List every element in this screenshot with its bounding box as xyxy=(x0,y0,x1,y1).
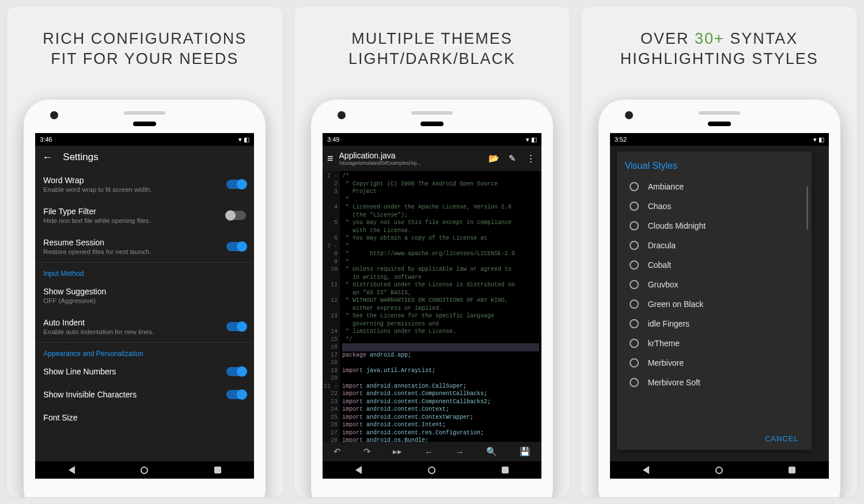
menu-icon[interactable]: ≡ xyxy=(327,153,334,165)
prev-icon[interactable]: ← xyxy=(425,447,433,457)
nav-recents-icon[interactable] xyxy=(502,467,509,473)
status-icons: ▾ ◧ xyxy=(238,136,249,143)
nav-back-icon[interactable] xyxy=(643,466,649,474)
cancel-button[interactable]: CANCEL xyxy=(765,434,799,443)
style-option[interactable]: Cobalt xyxy=(625,255,804,275)
nav-home-icon[interactable] xyxy=(715,467,723,474)
source-lines[interactable]: /* * Copyright (C) 2006 The Android Open… xyxy=(340,171,541,442)
toggle-invisible-chars[interactable] xyxy=(226,390,246,399)
setting-auto-indent[interactable]: Auto Indent Enable auto indentation for … xyxy=(35,311,254,342)
nav-back-icon[interactable] xyxy=(355,466,362,474)
save-icon[interactable]: 💾 xyxy=(520,446,530,457)
status-icons: ▾ ◧ xyxy=(526,136,537,143)
radio-icon[interactable] xyxy=(630,300,639,309)
setting-line-numbers[interactable]: Show Line Numbers xyxy=(35,360,254,383)
editor-bottombar: ↶ ↷ ▸▸ ← → 🔍 💾 xyxy=(323,442,541,461)
style-name: Cobalt xyxy=(648,260,671,270)
scrollbar[interactable] xyxy=(806,186,808,230)
notch xyxy=(420,122,444,126)
setting-word-wrap[interactable]: Word Wrap Enable word wrap to fit screen… xyxy=(35,169,254,200)
speaker-grille xyxy=(411,111,453,115)
style-option[interactable]: Merbivore xyxy=(625,353,804,373)
overflow-icon[interactable]: ⋮ xyxy=(524,153,537,164)
style-option[interactable]: Ambiance xyxy=(625,177,804,196)
phone-frame-2: 3:49 ▾ ◧ ≡ Application.java /storage/emu… xyxy=(311,100,553,497)
radio-icon[interactable] xyxy=(630,221,639,230)
panel-title-3: OVER 30+ SYNTAX HIGHLIGHTING STYLES xyxy=(620,29,818,69)
radio-icon[interactable] xyxy=(630,202,639,211)
radio-icon[interactable] xyxy=(630,339,639,348)
setting-invisible-chars[interactable]: Show Invisible Characters xyxy=(35,383,254,406)
phone-frame-1: 3:46 ▾ ◧ ← Settings Word Wrap Enable wor… xyxy=(24,100,266,497)
screen-styles-dialog: 3:52 ▾ ◧ InSOAEASSF1VPTDA Visual Styles … xyxy=(610,133,829,479)
style-name: krTheme xyxy=(648,339,680,348)
phone-frame-3: 3:52 ▾ ◧ InSOAEASSF1VPTDA Visual Styles … xyxy=(598,100,840,497)
nav-back-icon[interactable] xyxy=(69,466,75,474)
style-option[interactable]: Dracula xyxy=(625,236,804,255)
style-option[interactable]: Chaos xyxy=(625,196,804,216)
status-bar: 3:46 ▾ ◧ xyxy=(35,133,254,146)
nav-recents-icon[interactable] xyxy=(789,467,795,473)
camera-dot xyxy=(338,111,346,119)
toggle-resume-session[interactable] xyxy=(226,242,246,251)
section-input-method: Input Method xyxy=(35,263,254,280)
status-time: 3:52 xyxy=(615,136,627,143)
search-icon[interactable]: 🔍 xyxy=(486,446,497,457)
radio-icon[interactable] xyxy=(630,358,639,367)
setting-resume-session[interactable]: Resume Session Restore opened files for … xyxy=(35,231,254,262)
status-icons: ▾ ◧ xyxy=(813,136,824,143)
setting-font-size[interactable]: Font Size xyxy=(35,406,254,429)
edit-icon[interactable]: ✎ xyxy=(506,153,518,164)
back-icon[interactable]: ← xyxy=(42,151,52,164)
style-name: Green on Black xyxy=(648,300,704,309)
dialog-title: Visual Styles xyxy=(625,161,804,171)
toggle-file-type-filter[interactable] xyxy=(226,211,246,220)
status-time: 3:49 xyxy=(327,136,339,143)
style-option[interactable]: idle Fingers xyxy=(625,314,804,334)
speaker-grille xyxy=(124,111,165,115)
style-option[interactable]: Merbivore Soft xyxy=(625,373,804,392)
radio-icon[interactable] xyxy=(630,260,639,270)
nav-recents-icon[interactable] xyxy=(214,467,221,473)
notch xyxy=(708,122,731,126)
settings-list[interactable]: Word Wrap Enable word wrap to fit screen… xyxy=(35,169,254,461)
style-name: Dracula xyxy=(648,241,676,250)
redo-icon[interactable]: ↷ xyxy=(363,446,371,457)
style-name: Gruvbox xyxy=(648,280,679,289)
android-navbar xyxy=(35,461,254,479)
screen-settings: 3:46 ▾ ◧ ← Settings Word Wrap Enable wor… xyxy=(35,133,254,479)
settings-toolbar: ← Settings xyxy=(35,146,254,169)
radio-icon[interactable] xyxy=(630,280,639,289)
undo-icon[interactable]: ↶ xyxy=(334,446,341,457)
setting-file-type-filter[interactable]: File Type Filter Hide non text file whil… xyxy=(35,200,254,231)
toggle-word-wrap[interactable] xyxy=(226,180,246,189)
file-title: Application.java xyxy=(339,151,482,160)
next-icon[interactable]: → xyxy=(456,447,464,457)
toggle-line-numbers[interactable] xyxy=(226,367,246,376)
style-option[interactable]: Green on Black xyxy=(625,294,804,314)
status-bar: 3:49 ▾ ◧ xyxy=(323,133,541,146)
code-editor[interactable]: 1 -234567 -89101112131415161718192021 -2… xyxy=(323,171,541,442)
panel-title-1: RICH CONFIGURATIONS FIT FOR YOUR NEEDS xyxy=(43,29,247,69)
radio-icon[interactable] xyxy=(630,182,639,191)
style-name: Merbivore xyxy=(648,358,684,367)
radio-icon[interactable] xyxy=(630,319,639,328)
speaker-grille xyxy=(699,111,740,115)
style-option[interactable]: Clouds Midnight xyxy=(625,216,804,236)
nav-home-icon[interactable] xyxy=(428,467,435,474)
style-name: idle Fingers xyxy=(648,319,689,328)
panel-title-2: MULTIPLE THEMES LIGHT/DARK/BLACK xyxy=(348,29,516,69)
radio-icon[interactable] xyxy=(630,241,639,250)
nav-home-icon[interactable] xyxy=(141,467,148,474)
style-name: Clouds Midnight xyxy=(648,221,706,230)
promo-panel-1: RICH CONFIGURATIONS FIT FOR YOUR NEEDS 3… xyxy=(7,7,283,497)
style-list[interactable]: AmbianceChaosClouds MidnightDraculaCobal… xyxy=(625,177,804,430)
style-name: Merbivore Soft xyxy=(648,378,700,387)
radio-icon[interactable] xyxy=(630,378,639,387)
skip-icon[interactable]: ▸▸ xyxy=(393,446,402,457)
toggle-auto-indent[interactable] xyxy=(226,322,246,331)
setting-show-suggestion[interactable]: Show Suggestion OFF (Aggressive) xyxy=(35,280,254,311)
style-option[interactable]: Gruvbox xyxy=(625,275,804,294)
style-option[interactable]: krTheme xyxy=(625,334,804,353)
open-file-icon[interactable]: 📂 xyxy=(487,153,500,164)
